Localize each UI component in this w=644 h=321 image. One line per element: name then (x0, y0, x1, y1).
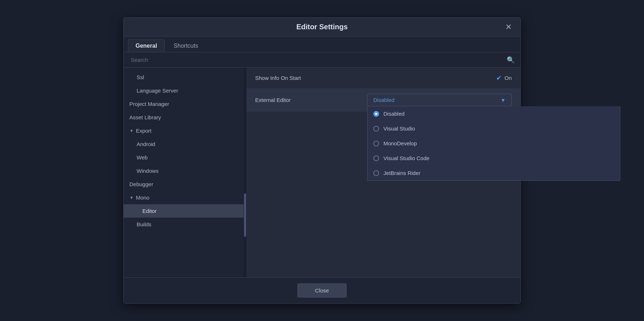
sidebar-section-mono[interactable]: ▼ Mono (124, 191, 246, 204)
mono-chevron-icon: ▼ (129, 195, 134, 200)
sidebar-scrollbar-thumb[interactable] (244, 193, 246, 237)
editor-settings-dialog: Editor Settings ✕ General Shortcuts 🔍 Ss… (123, 17, 521, 304)
dropdown-current-value: Disabled (373, 97, 394, 103)
show-info-on-start-row: Show Info On Start ✔ On (246, 68, 520, 89)
tabs-bar: General Shortcuts (124, 37, 520, 52)
dropdown-option-visual-studio-code[interactable]: Visual Studio Code (368, 151, 620, 166)
sidebar: Ssl Language Server Project Manager Asse… (124, 68, 246, 277)
show-info-on-start-control: ✔ On (496, 74, 512, 82)
dropdown-arrow-icon: ▼ (501, 97, 506, 103)
tab-shortcuts[interactable]: Shortcuts (166, 39, 206, 52)
search-input[interactable] (128, 52, 505, 67)
sidebar-wrapper: Ssl Language Server Project Manager Asse… (124, 68, 246, 277)
radio-monodevelop-icon (373, 141, 379, 146)
radio-visual-studio-code-icon (373, 155, 379, 161)
sidebar-item-project-manager[interactable]: Project Manager (124, 97, 246, 111)
dropdown-option-jetbrains-rider[interactable]: JetBrains Rider (368, 166, 620, 180)
dropdown-option-jetbrains-rider-label: JetBrains Rider (383, 170, 421, 176)
search-bar: 🔍 (124, 52, 520, 68)
sidebar-item-windows[interactable]: Windows (124, 164, 246, 177)
content-area: Ssl Language Server Project Manager Asse… (124, 68, 520, 277)
radio-jetbrains-rider-icon (373, 170, 379, 176)
sidebar-item-web[interactable]: Web (124, 151, 246, 164)
dropdown-option-visual-studio[interactable]: Visual Studio (368, 121, 620, 136)
close-dialog-button[interactable]: Close (297, 283, 347, 298)
close-x-button[interactable]: ✕ (502, 22, 515, 33)
dropdown-option-visual-studio-label: Visual Studio (383, 125, 415, 132)
sidebar-item-asset-library[interactable]: Asset Library (124, 111, 246, 124)
dropdown-option-disabled[interactable]: Disabled (368, 106, 620, 121)
sidebar-item-ssl[interactable]: Ssl (124, 70, 246, 84)
sidebar-scrollbar-track[interactable] (244, 68, 246, 277)
dropdown-option-monodevelop-label: MonoDevelop (383, 140, 417, 146)
sidebar-item-android[interactable]: Android (124, 137, 246, 151)
sidebar-item-debugger[interactable]: Debugger (124, 177, 246, 191)
external-editor-dropdown-menu: Disabled Visual Studio MonoDevelop (367, 106, 620, 181)
radio-disabled-icon (373, 111, 379, 117)
show-info-on-start-label: Show Info On Start (255, 75, 496, 81)
external-editor-dropdown-button[interactable]: Disabled ▼ (367, 94, 512, 106)
main-panel: Show Info On Start ✔ On External Editor … (246, 68, 520, 277)
title-bar: Editor Settings ✕ (124, 18, 520, 37)
external-editor-row: External Editor Disabled ▼ Disabled (246, 89, 520, 112)
show-info-value: On (505, 75, 512, 81)
dropdown-option-monodevelop[interactable]: MonoDevelop (368, 136, 620, 151)
sidebar-item-editor[interactable]: Editor (124, 204, 246, 218)
sidebar-item-builds[interactable]: Builds (124, 218, 246, 231)
sidebar-section-export[interactable]: ▼ Export (124, 124, 246, 137)
external-editor-label: External Editor (255, 97, 367, 103)
footer: Close (124, 277, 520, 303)
tab-general[interactable]: General (128, 39, 165, 52)
radio-visual-studio-icon (373, 126, 379, 132)
dropdown-option-visual-studio-code-label: Visual Studio Code (383, 155, 429, 161)
sidebar-item-language-server[interactable]: Language Server (124, 84, 246, 97)
show-info-checkbox-icon[interactable]: ✔ (496, 74, 502, 82)
search-icon-button[interactable]: 🔍 (505, 55, 516, 65)
dropdown-option-disabled-label: Disabled (383, 111, 404, 117)
external-editor-dropdown-container: Disabled ▼ Disabled Visual Studio (367, 94, 512, 106)
dialog-title: Editor Settings (296, 23, 348, 31)
export-chevron-icon: ▼ (129, 128, 134, 133)
